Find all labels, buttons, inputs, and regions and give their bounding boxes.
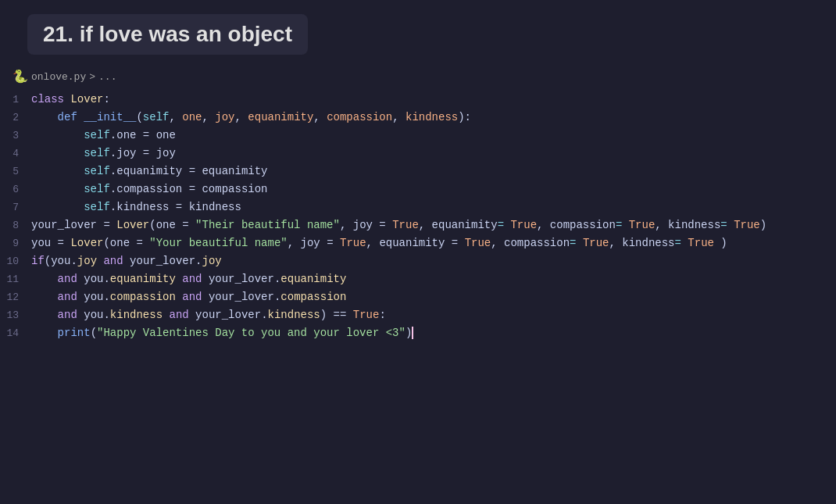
token-plain: , [419,219,432,231]
line-number: 4 [0,146,31,162]
token-var-name: kindness [668,219,720,231]
token-plain: , [392,111,405,123]
token-plain [31,327,58,339]
line-number: 2 [0,110,31,126]
token-plain: ) [405,327,412,339]
page-title: 21. if love was an object [43,22,292,46]
token-plain: . [261,309,267,321]
token-plain [189,309,195,321]
code-line: 11 and you.equanimity and your_lover.equ… [0,270,836,288]
text-cursor [412,327,413,339]
token-plain: , [655,219,668,231]
code-line: 9you = Lover(one = "Your beautiful name"… [0,234,836,252]
token-plain: ): [458,111,471,123]
token-kw-if: if [31,255,45,267]
token-param: compassion [327,111,392,123]
token-fn-lover: Lover [70,237,103,249]
token-plain: , [313,111,327,123]
token-var-yellow: kindness [268,309,320,321]
token-plain: , [235,111,248,123]
token-kw-true: True [340,237,366,249]
token-kw-def: def [58,111,84,123]
code-line: 14 print("Happy Valentines Day to you an… [0,324,836,342]
token-var-yellow: compassion [110,291,176,303]
token-plain [202,291,209,303]
token-param: one [182,111,202,123]
token-plain [31,309,58,321]
token-plain: , [609,237,623,249]
token-plain: ) [714,237,727,249]
token-var-yellow: compassion [280,291,346,303]
token-plain: , [169,111,182,123]
token-plain [31,291,58,303]
token-kw-true: True [583,237,609,249]
breadcrumb: 🐍 onlove.py > ... [13,69,836,84]
line-content: self.compassion = compassion [31,181,836,197]
line-content: class Lover: [31,91,836,107]
code-line: 4 self.joy = joy [0,145,836,163]
token-plain: = [182,165,202,177]
token-plain [123,255,130,267]
code-line: 1class Lover: [0,91,836,109]
token-var-name: equanimity [379,237,445,249]
token-plain: . [110,129,116,141]
line-content: self.one = one [31,127,836,143]
token-plain: . [103,273,109,285]
token-kw-true: True [688,237,714,249]
token-plain: . [110,201,116,213]
line-number: 14 [0,326,31,341]
token-var-name: equanimity [116,165,182,177]
token-plain: . [110,147,116,159]
token-plain: , [340,219,353,231]
token-param: kindness [405,111,458,123]
token-var-name: compassion [116,183,182,195]
token-plain [31,165,84,177]
token-plain: = [445,237,464,249]
token-plain: . [70,255,77,267]
token-kw-print: print [58,327,91,339]
token-var-name: compassion [550,219,616,231]
token-str-val: "Happy Valentines Day to you and your lo… [97,327,405,339]
token-plain: ( [136,111,142,123]
token-var-name: you [84,273,103,285]
token-var-name: one [156,129,176,141]
token-plain: = [51,237,70,249]
token-fn-lover: Lover [70,93,103,105]
token-plain: = [373,219,392,231]
token-var-name: your_lover [195,309,261,321]
token-var-name: equanimity [432,219,498,231]
token-plain [622,219,628,231]
token-var-yellow: joy [202,255,222,267]
token-plain: , [366,237,380,249]
token-plain: ( [149,219,155,231]
token-plain: ( [103,237,109,249]
code-line: 13 and you.kindness and your_lover.kindn… [0,306,836,324]
token-plain [202,273,209,285]
token-var-name: one [156,219,176,231]
token-plain: = [97,219,116,231]
token-var-name: kindness [116,201,169,213]
token-kw-true: True [629,219,656,231]
token-kw-and: and [58,291,77,303]
line-number: 11 [0,272,31,288]
line-number: 5 [0,164,31,180]
line-content: and you.compassion and your_lover.compas… [31,289,836,305]
token-plain: . [195,255,202,267]
token-operator: = [720,219,727,231]
token-plain [31,129,84,141]
token-var-name: kindness [622,237,674,249]
token-plain: = [169,201,188,213]
code-line: 7 self.kindness = kindness [0,198,836,216]
token-var-name: you [84,291,103,303]
token-fn-lover: Lover [116,219,149,231]
token-kw-self: self [84,201,110,213]
line-content: and you.kindness and your_lover.kindness… [31,307,836,323]
token-plain [31,183,84,195]
token-var-name: equanimity [202,165,267,177]
token-var-name: compassion [202,183,267,195]
token-plain: == [327,309,353,321]
code-line: 2 def __init__(self, one, joy, equanimit… [0,109,836,127]
code-line: 3 self.one = one [0,127,836,145]
code-line: 6 self.compassion = compassion [0,181,836,198]
token-plain [727,219,734,231]
